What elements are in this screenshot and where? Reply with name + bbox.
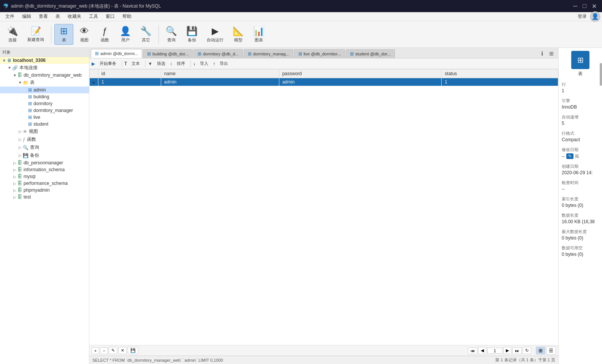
tree-item-tables[interactable]: ▼ 📁 表	[0, 79, 89, 87]
toolbar-chart[interactable]: 📊 图表	[249, 24, 268, 44]
tree-item-localhost[interactable]: ▼ 🖥 localhost_3306	[0, 57, 89, 64]
page-number-input[interactable]	[487, 348, 502, 354]
close-btn[interactable]: ✕	[589, 3, 599, 10]
tree-item-performance-schema[interactable]: ▷ 🗄 performance_schema	[0, 180, 89, 187]
tree-item-information-schema[interactable]: ▷ 🗄 information_schema	[0, 166, 89, 173]
backup-label: 备份	[30, 152, 39, 159]
tab-admin[interactable]: ⊞ admin @db_dormi...	[91, 49, 142, 58]
tab-live[interactable]: ⊞ live @db_dormitor...	[294, 49, 345, 58]
app-icon: 🐬	[3, 3, 9, 9]
maximize-btn[interactable]: □	[580, 3, 589, 10]
something-btn[interactable]: 拓	[575, 153, 579, 159]
minimize-btn[interactable]: ─	[571, 3, 580, 10]
tab-info-btn[interactable]: ℹ	[538, 49, 546, 58]
building-table-icon: ⊞	[28, 94, 32, 99]
tree-item-views[interactable]: ▷ 👁 视图	[0, 128, 89, 136]
edit-row-btn[interactable]: ✎	[109, 347, 117, 354]
row-indicator-header	[90, 69, 98, 78]
tab-dormitory-manager[interactable]: ⊞ dormitory_manag...	[244, 49, 293, 58]
toolbar-connect[interactable]: 🔌 连接	[3, 24, 22, 44]
tree-item-admin[interactable]: ⊞ admin	[0, 87, 89, 93]
menu-help[interactable]: 帮助	[119, 13, 135, 20]
tab-grid-btn[interactable]: ⊞	[546, 49, 557, 58]
menu-favorites[interactable]: 收藏夹	[64, 13, 85, 20]
sort-btn[interactable]: 排序	[174, 60, 188, 67]
toolbar-user[interactable]: 👤 用户	[116, 24, 135, 44]
live-table-icon: ⊞	[28, 115, 32, 120]
tree-item-db-personmanager[interactable]: ▷ 🗄 db_personmanager	[0, 159, 89, 166]
tree-item-phpmyadmin[interactable]: ▷ 🗄 phpmyadmin	[0, 187, 89, 194]
toolbar-sep-1	[51, 25, 51, 44]
col-password[interactable]: password	[279, 69, 442, 78]
menu-edit[interactable]: 编辑	[18, 13, 35, 20]
discard-btn[interactable]: ✕	[118, 347, 127, 354]
toolbar-function[interactable]: ƒ 函数	[95, 24, 114, 44]
menu-file[interactable]: 文件	[2, 13, 18, 20]
tree-item-dormitory-manager[interactable]: ⊞ dormitory_manager	[0, 107, 89, 114]
cell-id[interactable]: 1	[98, 78, 161, 86]
table-row[interactable]: 1 admin admin 1	[90, 78, 558, 86]
export-btn[interactable]: 导出	[217, 60, 231, 67]
chart-icon: 📊	[253, 26, 265, 36]
tab-dormitory[interactable]: ⊞ dormitory @db_d...	[193, 49, 243, 58]
tree-item-building[interactable]: ⊞ building	[0, 93, 89, 100]
tree-item-live[interactable]: ⊞ live	[0, 114, 89, 121]
tree-item-queries[interactable]: ▷ 🔍 查询	[0, 143, 89, 151]
menu-window[interactable]: 窗口	[102, 13, 119, 20]
menu-view[interactable]: 查看	[35, 13, 52, 20]
cell-name[interactable]: admin	[161, 78, 279, 86]
tree-item-student[interactable]: ⊞ student	[0, 121, 89, 128]
tree-item-backup[interactable]: ▷ 💾 备份	[0, 151, 89, 159]
toolbar-table[interactable]: ⊞ 表	[54, 24, 73, 45]
tree-item-localconn[interactable]: ▼ 🔗 本地连接	[0, 64, 89, 72]
user-avatar[interactable]: 👤	[590, 11, 600, 22]
tree-item-db-dormitory[interactable]: ▼ 🗄 db_dormitory_manager_web	[0, 72, 89, 79]
col-status[interactable]: status	[442, 69, 558, 78]
toolbar-query[interactable]: 🔍 查询	[162, 24, 181, 44]
edit-icon[interactable]: ✎	[566, 153, 573, 159]
menu-tools[interactable]: 工具	[85, 13, 102, 20]
text-btn[interactable]: 文本	[128, 60, 143, 67]
prev-page-btn[interactable]: ◀	[478, 347, 486, 354]
col-name[interactable]: name	[161, 69, 279, 78]
save-row-btn[interactable]: 💾	[128, 347, 138, 354]
sort-icon: ↕	[170, 61, 172, 66]
tree-item-mysql[interactable]: ▷ 🗄 mysql	[0, 173, 89, 180]
engine-value: InnoDB	[562, 104, 599, 110]
col-id[interactable]: id	[98, 69, 161, 78]
login-button[interactable]: 登录	[578, 13, 587, 20]
tab-student-label: student @db_dor...	[355, 52, 391, 56]
toolbar-other[interactable]: 🔧 其它	[136, 24, 155, 44]
add-row-btn[interactable]: +	[92, 347, 99, 354]
grid-view-btn[interactable]: ⊞	[536, 347, 545, 355]
tab-student[interactable]: ⊞ student @db_dor...	[346, 49, 395, 58]
tree-item-funcs[interactable]: ▷ ƒ 函数	[0, 136, 89, 143]
refresh-btn[interactable]: ↻	[523, 347, 531, 354]
import-btn[interactable]: 导入	[197, 60, 211, 67]
menu-table[interactable]: 表	[52, 13, 64, 20]
toolbar-view[interactable]: 👁 视图	[75, 24, 94, 44]
tree-item-test[interactable]: ▷ 🗄 test	[0, 194, 89, 200]
delete-row-btn[interactable]: −	[100, 347, 108, 354]
tabbar: ⊞ admin @db_dormi... ⊞ building @db_dor.…	[89, 48, 558, 58]
cell-password[interactable]: admin	[279, 78, 442, 86]
data-free-value: 0 bytes (0)	[562, 252, 599, 257]
tab-building[interactable]: ⊞ building @db_dor...	[143, 49, 193, 58]
toolbar-autorun[interactable]: ▶ 自动运行	[203, 24, 227, 44]
list-view-btn[interactable]: ☰	[546, 347, 556, 355]
tab-building-label: building @db_dor...	[152, 52, 189, 56]
last-page-btn[interactable]: ⏭	[512, 347, 522, 354]
info-engine: 引擎 InnoDB	[562, 98, 599, 110]
next-page-btn[interactable]: ▶	[503, 347, 512, 354]
cell-status[interactable]: 1	[442, 78, 558, 86]
toolbar-backup[interactable]: 💾 备份	[182, 24, 201, 44]
filter-btn[interactable]: 筛选	[154, 60, 168, 67]
start-transaction-btn[interactable]: 开始事务	[97, 60, 119, 67]
tree-item-dormitory[interactable]: ⊞ dormitory	[0, 100, 89, 107]
toolbar-model[interactable]: 📐 模型	[229, 24, 248, 44]
first-page-btn[interactable]: ⏮	[468, 347, 477, 354]
toolbar-new-query[interactable]: 📝 新建查询	[24, 25, 48, 44]
mysql-label: mysql	[24, 174, 35, 179]
live-label: live	[33, 115, 40, 120]
expand-icon-test: ▷	[12, 195, 17, 199]
